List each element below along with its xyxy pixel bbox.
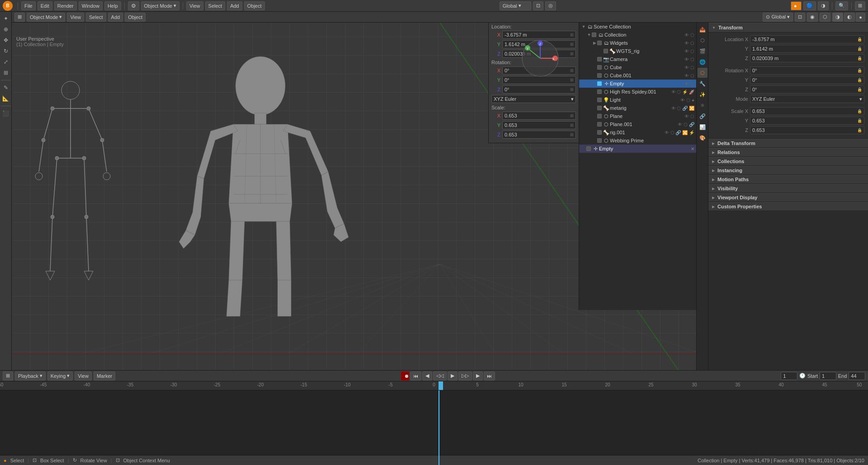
motion-paths-section[interactable]: ▶ Motion Paths [708,175,868,184]
rotation-x-field[interactable]: 0° 🔒 [750,66,864,75]
scale-y-field[interactable]: 0.653 🔒 [750,117,864,125]
shading-solid[interactable]: ◑ [832,13,843,22]
transform-section-header[interactable]: ▼ Transform [708,23,868,33]
collections-section[interactable]: ▶ Collections [708,157,868,166]
constraints-props-icon[interactable]: 🔗 [698,111,708,121]
gizmo-navigator[interactable]: X Y Z [520,38,561,79]
sc-item-empty-active[interactable]: ✛ Empty 👁 ⬡ [579,80,696,88]
timeline-view-menu[interactable]: View [75,371,92,380]
material-props-icon[interactable]: 🎨 [698,133,708,143]
scale-z-field[interactable]: 0.653 🔒 [750,126,864,134]
end-frame-field[interactable]: 44 [849,372,865,380]
view-layer-props-icon[interactable]: ⬡ [698,35,708,45]
viewport-select-menu[interactable]: Select [86,13,106,22]
viewport-overlay[interactable]: ◉ [807,13,818,22]
output-props-icon[interactable]: 📤 [698,24,708,34]
move-tool[interactable]: ✥ [1,35,11,45]
menu-select[interactable]: Select [205,1,226,10]
location-z-lock[interactable]: 🔒 [857,56,862,61]
location-y-field[interactable]: 1.6142 m 🔒 [750,45,864,53]
menu-file[interactable]: File [21,1,36,10]
viewport-xray[interactable]: ⬡ [820,13,830,22]
location-y-lock[interactable]: 🔒 [857,47,862,51]
sc-item-plane001[interactable]: ⬡ Plane.001 👁 ⬡ 🔗 [579,120,696,128]
timeline-ruler[interactable]: -50 -45 -40 -35 -30 -25 -20 -15 -10 -5 0… [0,381,868,390]
sc-item-empty-scene[interactable]: ✛ Empty ✕ [579,145,696,153]
physics-props-icon[interactable]: ⚛ [698,100,708,110]
t-scale-z[interactable]: 0.653 ⊞ [502,131,576,139]
record-btn[interactable]: ⏺ [401,371,409,380]
relations-section[interactable]: ▶ Relations [708,148,868,157]
rotation-z-field[interactable]: 0° 🔒 [750,85,864,94]
sc-item-plane[interactable]: ⬡ Plane 👁 ⬡ [579,112,696,120]
marker-menu[interactable]: Marker [94,371,115,380]
sc-item-light[interactable]: 💡 Light 👁 ⬡ ● [579,96,696,104]
shading-material[interactable]: ◐ [844,13,855,22]
measure-tool[interactable]: 📐 [1,94,11,103]
scene-props-icon[interactable]: 🎬 [698,46,708,56]
sc-item-highres-spidey[interactable]: ⬡ High Res Spidey.001 👁 ⬡ ⚡ 🚀 [579,88,696,96]
sc-item-collection[interactable]: ▼ 🗂 Collection 👁 ⬡ [579,31,696,39]
t-scale-y[interactable]: 0.653 ⊞ [502,121,576,129]
rotation-z-lock[interactable]: 🔒 [857,87,862,92]
t-scale-x[interactable]: 0.653 ⊞ [502,112,576,120]
world-props-icon[interactable]: 🌐 [698,57,708,67]
sc-item-scene-collection[interactable]: ▼ 🗂 Scene Collection [579,23,696,31]
viewport-snap[interactable]: ⊡ [795,13,805,22]
rev-play-btn[interactable]: ◁◁ [433,371,447,380]
current-frame-field[interactable]: 1 [781,372,797,380]
proportional-btn[interactable]: ◎ [545,1,556,10]
menu-view[interactable]: View [186,1,203,10]
viewport-editor-type[interactable]: ⊞ [14,13,25,22]
editor-type-btn[interactable]: ⚙ [128,1,139,10]
prev-frame-btn[interactable]: ◀ [422,371,432,380]
render-engine-btn[interactable]: 🔵 [803,1,816,10]
play-btn[interactable]: ▶ [448,371,458,380]
rotation-x-lock[interactable]: 🔒 [857,68,862,73]
euler-dropdown[interactable]: XYZ Euler ▾ [491,95,576,103]
scale-z-lock[interactable]: 🔒 [857,128,862,132]
viewport-view-menu[interactable]: View [67,13,84,22]
viewport-add-menu[interactable]: Add [108,13,123,22]
sc-item-webbing-prime[interactable]: ⬡ Webbing Prime [579,136,696,145]
scene-selector[interactable]: ● [791,1,802,10]
add-cube-tool[interactable]: ⬛ [1,108,11,118]
rotate-tool[interactable]: ↻ [1,46,11,56]
sc-item-wgts-rig[interactable]: 🦴 WGTS_rig 👁 ⬡ [579,47,696,55]
scale-tool[interactable]: ⤢ [1,57,11,67]
menu-add[interactable]: Add [227,1,242,10]
instancing-section[interactable]: ▶ Instancing [708,166,868,175]
menu-edit[interactable]: Edit [38,1,52,10]
particles-props-icon[interactable]: ✨ [698,89,708,99]
snap-btn[interactable]: ⊡ [533,1,543,10]
select-tool[interactable]: ✦ [1,14,11,23]
outliner-filter-btn[interactable]: ⊞ [855,1,865,10]
rotation-y-lock[interactable]: 🔒 [857,78,862,82]
sc-item-widgets[interactable]: ▶ 🗂 Widgets 👁 ⬡ [579,39,696,47]
annotate-tool[interactable]: ✎ [1,83,11,93]
sc-item-metarig[interactable]: 🦴 metarig 👁 ⬡ 🔗 🔀 [579,104,696,112]
location-x-lock[interactable]: 🔒 [857,37,862,42]
timeline-editor-type[interactable]: ⊞ [3,371,13,380]
location-z-field[interactable]: 0.020039 m 🔒 [750,54,864,62]
data-props-icon[interactable]: 📊 [698,122,708,132]
scale-x-field[interactable]: 0.653 🔒 [750,107,864,115]
menu-object[interactable]: Object [244,1,265,10]
rotation-mode-dropdown[interactable]: XYZ Euler ▾ [750,95,864,103]
start-frame-field[interactable]: 1 [820,372,836,380]
cursor-tool[interactable]: ⊕ [1,24,11,34]
skip-end-btn[interactable]: ⏭ [484,371,495,380]
viewport-pivot[interactable]: ⊙ Global ▾ [763,13,793,22]
transform-tool[interactable]: ⊞ [1,68,11,78]
menu-window[interactable]: Window [79,1,103,10]
sc-item-cube001[interactable]: ⬡ Cube.001 👁 ⬡ [579,71,696,80]
delta-transform-section[interactable]: ▶ Delta Transform [708,139,868,148]
custom-properties-section[interactable]: ▶ Custom Properties [708,202,868,211]
fwd-btn[interactable]: ▷▷ [458,371,472,380]
scale-y-lock[interactable]: 🔒 [857,118,862,123]
sc-item-rig001[interactable]: 🦴 rig.001 👁 ⬡ 🔗 🔀 ⚡ [579,128,696,136]
viewport-display-mode[interactable]: ◑ [818,1,829,10]
menu-help[interactable]: Help [104,1,121,10]
blender-logo[interactable]: B [3,1,13,11]
menu-render[interactable]: Render [54,1,77,10]
